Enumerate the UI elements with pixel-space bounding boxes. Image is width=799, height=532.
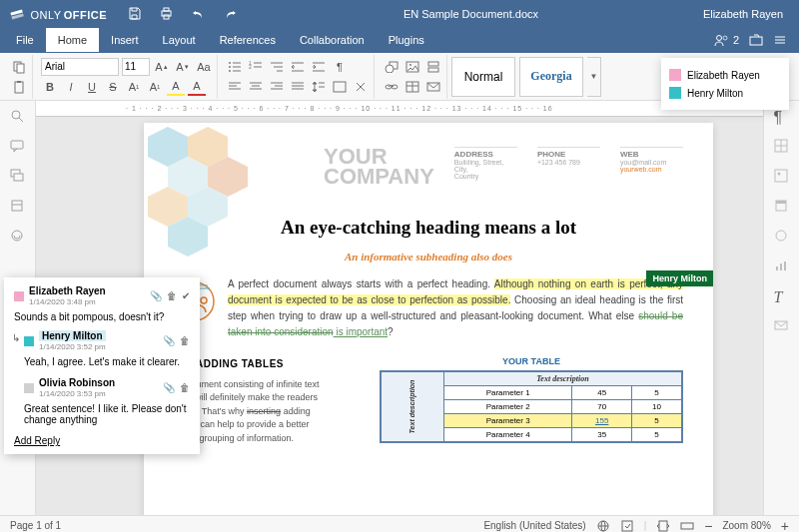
menu-references[interactable]: References <box>208 28 288 52</box>
mailmerge-settings-icon[interactable] <box>774 318 790 334</box>
page-indicator[interactable]: Page 1 of 1 <box>10 520 61 531</box>
paste-icon[interactable] <box>10 78 28 96</box>
subscript-icon[interactable]: A1 <box>146 78 164 96</box>
menu-layout[interactable]: Layout <box>151 28 208 52</box>
fit-width-icon[interactable] <box>680 520 694 532</box>
delete-icon[interactable]: 🗑 <box>180 335 190 346</box>
copy-icon[interactable] <box>10 58 28 76</box>
bold-icon[interactable]: B <box>41 78 59 96</box>
decrease-indent-icon[interactable] <box>289 58 307 76</box>
undo-icon[interactable] <box>189 5 207 23</box>
save-icon[interactable] <box>125 5 143 23</box>
align-left-icon[interactable] <box>226 78 244 96</box>
user-item: Henry Milton <box>669 84 781 102</box>
svg-rect-12 <box>17 64 24 73</box>
zoom-in-icon[interactable]: + <box>781 518 789 533</box>
menu-plugins[interactable]: Plugins <box>377 28 436 52</box>
strikethrough-icon[interactable]: S <box>104 78 122 96</box>
page[interactable]: YOUR COMPANY ADDRESSBuilding, Street, Ci… <box>144 123 713 515</box>
header-settings-icon[interactable] <box>774 199 790 215</box>
superscript-icon[interactable]: A1 <box>125 78 143 96</box>
paragraph-settings-icon[interactable]: ¶ <box>774 109 790 125</box>
zoom-out-icon[interactable]: − <box>704 518 712 533</box>
section-title[interactable]: ADDING TABLES <box>196 358 284 369</box>
align-center-icon[interactable] <box>247 78 265 96</box>
clear-style-icon[interactable] <box>352 78 370 96</box>
collaborator-cursor-tag: Henry Milton <box>646 270 713 286</box>
settings-icon[interactable] <box>773 34 787 46</box>
textart-settings-icon[interactable]: T <box>774 288 790 304</box>
comment-body: Yeah, I agree. Let's make it clearer. <box>24 356 190 367</box>
comment-user-swatch <box>14 291 24 301</box>
line-spacing-icon[interactable] <box>310 78 328 96</box>
style-dropdown-icon[interactable]: ▼ <box>587 57 601 97</box>
align-justify-icon[interactable] <box>289 78 307 96</box>
attach-icon[interactable]: 📎 <box>150 290 162 301</box>
feedback-icon[interactable] <box>10 229 26 245</box>
highlight-icon[interactable]: A <box>167 78 185 96</box>
chart-settings-icon[interactable] <box>774 259 790 274</box>
print-icon[interactable] <box>157 5 175 23</box>
font-color-icon[interactable]: A <box>188 78 206 96</box>
bullets-icon[interactable] <box>226 58 244 76</box>
language-indicator[interactable]: English (United States) <box>483 520 585 531</box>
svg-point-50 <box>409 64 411 66</box>
search-icon[interactable] <box>10 109 26 125</box>
insert-link-icon[interactable] <box>383 78 400 96</box>
align-right-icon[interactable] <box>268 78 286 96</box>
change-case-icon[interactable]: Aa <box>195 58 213 76</box>
table-title[interactable]: YOUR TABLE <box>380 356 683 366</box>
svg-rect-61 <box>11 141 23 149</box>
increase-font-icon[interactable]: A▲ <box>153 58 171 76</box>
insert-image-icon[interactable] <box>403 58 421 76</box>
menu-file[interactable]: File <box>4 28 46 52</box>
letterhead: YOUR COMPANY ADDRESSBuilding, Street, Ci… <box>174 147 683 195</box>
comments-icon[interactable] <box>10 139 26 155</box>
image-settings-icon[interactable] <box>774 169 790 185</box>
mailmerge-icon[interactable] <box>424 78 442 96</box>
attach-icon[interactable]: 📎 <box>163 335 175 346</box>
redo-icon[interactable] <box>221 5 239 23</box>
delete-icon[interactable]: 🗑 <box>167 290 177 301</box>
numbering-icon[interactable]: 12 <box>247 58 265 76</box>
trackchanges-icon[interactable] <box>620 520 634 532</box>
nonprinting-icon[interactable]: ¶ <box>331 58 349 76</box>
current-user-name[interactable]: Elizabeth Rayen <box>703 8 783 20</box>
menu-insert[interactable]: Insert <box>99 28 151 52</box>
paragraph-fill-icon[interactable] <box>331 78 349 96</box>
ruler[interactable]: · 1 · · · 2 · · · 3 · · · 4 · · · 5 · · … <box>36 101 763 117</box>
doc-paragraph[interactable]: A perfect document always starts with a … <box>174 276 683 340</box>
style-normal[interactable]: Normal <box>451 57 515 97</box>
open-location-icon[interactable] <box>749 34 763 46</box>
shape-settings-icon[interactable] <box>774 229 790 245</box>
style-georgia[interactable]: Georgia <box>519 57 583 97</box>
delete-icon[interactable]: 🗑 <box>180 382 190 393</box>
decrease-font-icon[interactable]: A▼ <box>174 58 192 76</box>
add-reply-button[interactable]: Add Reply <box>14 435 190 446</box>
menu-collaboration[interactable]: Collaboration <box>288 28 377 52</box>
insert-pagebreak-icon[interactable] <box>424 58 442 76</box>
insert-table-icon[interactable] <box>403 78 421 96</box>
underline-icon[interactable]: U <box>83 78 101 96</box>
collab-count: 2 <box>733 34 739 46</box>
fit-page-icon[interactable] <box>656 520 670 532</box>
insert-shape-icon[interactable] <box>383 58 400 76</box>
font-name-select[interactable] <box>41 58 119 76</box>
zoom-indicator[interactable]: Zoom 80% <box>722 520 770 531</box>
resolve-icon[interactable]: ✔ <box>182 290 190 301</box>
menu-home[interactable]: Home <box>46 28 99 52</box>
attach-icon[interactable]: 📎 <box>163 382 175 393</box>
increase-indent-icon[interactable] <box>310 58 328 76</box>
user-color-swatch <box>669 69 681 81</box>
multilevel-icon[interactable] <box>268 58 286 76</box>
table-settings-icon[interactable] <box>774 139 790 155</box>
font-size-select[interactable] <box>122 58 150 76</box>
doc-table[interactable]: Text descriptionText description Paramet… <box>380 370 683 443</box>
spellcheck-icon[interactable] <box>596 520 610 532</box>
navigation-icon[interactable] <box>10 199 26 215</box>
tracked-insert[interactable]: is important <box>334 326 388 337</box>
italic-icon[interactable]: I <box>62 78 80 96</box>
chat-icon[interactable] <box>10 169 26 185</box>
collab-users-icon[interactable]: 2 <box>714 34 739 46</box>
svg-point-59 <box>12 111 20 119</box>
